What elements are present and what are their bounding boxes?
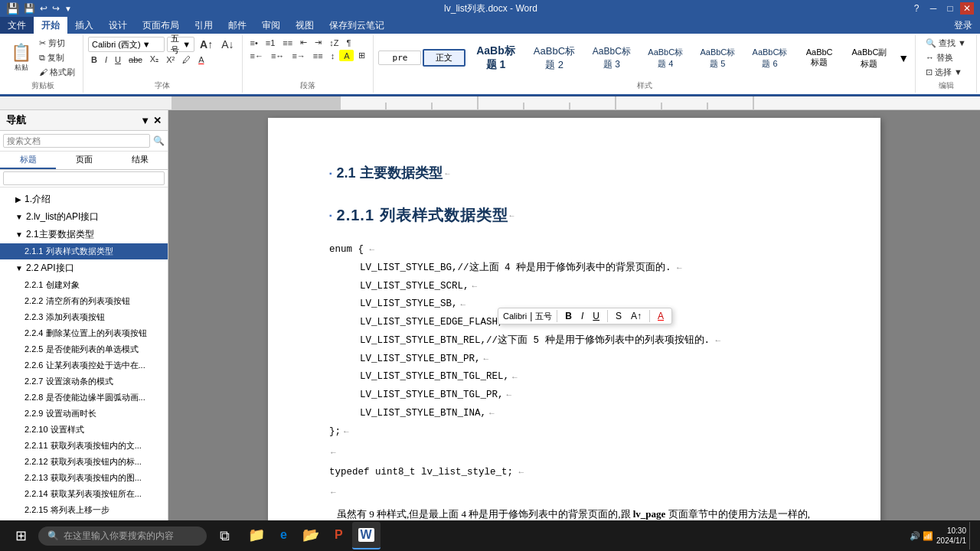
font-name-selector[interactable]: Calibri (西文) ▼ bbox=[88, 37, 165, 52]
nav-item-add[interactable]: 2.2.3 添加列表项按钮 bbox=[0, 309, 168, 325]
sort-button[interactable]: ↕Z bbox=[326, 37, 341, 48]
style-normal[interactable]: 正文 bbox=[423, 49, 466, 67]
strikethrough-button[interactable]: abc bbox=[126, 54, 145, 65]
nav-item-api[interactable]: ▼ 2.lv_list的API接口 bbox=[0, 208, 168, 226]
copy-button[interactable]: ⧉ 复制 bbox=[36, 51, 78, 64]
document-page[interactable]: ▪ 2.1 主要数据类型 ← ▪ 2.1.1 列表样式数据类型 ← enum {… bbox=[268, 118, 880, 537]
style-h1[interactable]: AaBb标题 1 bbox=[467, 41, 524, 75]
sidebar-tab-results[interactable]: 结果 bbox=[112, 152, 168, 169]
ft-font-color-button[interactable]: A bbox=[655, 310, 667, 322]
login-button[interactable]: 登录 bbox=[946, 17, 980, 34]
tab-save-note[interactable]: 保存到云笔记 bbox=[322, 17, 392, 34]
sidebar-close-icon[interactable]: ✕ bbox=[153, 115, 162, 126]
tab-view[interactable]: 视图 bbox=[288, 17, 322, 34]
taskbar-explorer[interactable]: 📁 bbox=[242, 522, 271, 549]
numbering-button[interactable]: ≡1 bbox=[263, 37, 279, 48]
sidebar-search-icon[interactable]: 🔍 bbox=[153, 135, 165, 146]
show-desktop-button[interactable] bbox=[969, 522, 974, 549]
nav-item-scroll-mode[interactable]: 2.2.7 设置滚动条的模式 bbox=[0, 373, 168, 390]
highlight-button[interactable]: 🖊 bbox=[179, 54, 194, 65]
ft-italic-button[interactable]: I bbox=[578, 310, 586, 322]
format-painter-button[interactable]: 🖌 格式刷 bbox=[36, 66, 78, 79]
customize-icon[interactable]: ▼ bbox=[64, 5, 72, 13]
shading-button[interactable]: A bbox=[339, 50, 354, 61]
undo-icon[interactable]: ↩ bbox=[40, 3, 47, 14]
ft-underline-button[interactable]: U bbox=[590, 310, 603, 322]
find-button[interactable]: 🔍 查找 ▼ bbox=[923, 37, 969, 50]
style-pre[interactable]: pre bbox=[378, 51, 421, 65]
nav-item-move-up[interactable]: 2.2.15 将列表上移一步 bbox=[0, 502, 168, 518]
sidebar-filter-input[interactable] bbox=[3, 171, 165, 185]
nav-item-create[interactable]: 2.2.1 创建对象 bbox=[0, 277, 168, 293]
maximize-button[interactable]: □ bbox=[943, 2, 957, 15]
minimize-button[interactable]: ─ bbox=[926, 2, 940, 15]
taskbar-powerpoint[interactable]: P bbox=[328, 522, 349, 549]
font-size-selector[interactable]: 五号▼ bbox=[167, 37, 194, 52]
replace-button[interactable]: ↔ 替换 bbox=[923, 51, 969, 64]
nav-item-get-pos[interactable]: 2.2.14 获取某列表项按钮所在... bbox=[0, 486, 168, 502]
bullets-button[interactable]: ≡• bbox=[247, 37, 261, 48]
sidebar-options-icon[interactable]: ▼ bbox=[140, 115, 150, 126]
cut-button[interactable]: ✂ 剪切 bbox=[36, 37, 78, 50]
taskbar-files[interactable]: 📂 bbox=[296, 522, 325, 549]
justify-button[interactable]: ≡≡ bbox=[310, 50, 326, 61]
decrease-indent-button[interactable]: ⇤ bbox=[297, 37, 310, 48]
tab-mailings[interactable]: 邮件 bbox=[220, 17, 254, 34]
nav-item-edge[interactable]: 2.2.8 是否使能边缘半圆弧动画... bbox=[0, 390, 168, 406]
sidebar-search-input[interactable] bbox=[3, 134, 150, 148]
nav-item-delete[interactable]: 2.2.4 删除某位置上的列表项按钮 bbox=[0, 325, 168, 341]
taskbar-edge[interactable]: e bbox=[274, 522, 293, 549]
subscript-button[interactable]: X₂ bbox=[147, 54, 162, 65]
superscript-button[interactable]: X² bbox=[163, 54, 178, 65]
decrease-font-button[interactable]: A↓ bbox=[218, 37, 237, 51]
ft-strikethrough-button[interactable]: S bbox=[612, 310, 625, 322]
style-h4[interactable]: AaBbC标题 4 bbox=[640, 44, 691, 73]
nav-item-set-style[interactable]: 2.2.10 设置样式 bbox=[0, 422, 168, 438]
ft-bold-button[interactable]: B bbox=[562, 310, 575, 322]
tab-review[interactable]: 审阅 bbox=[254, 17, 288, 34]
tab-insert[interactable]: 插入 bbox=[67, 17, 101, 34]
start-button[interactable]: ⊞ bbox=[6, 522, 35, 549]
nav-item-clear[interactable]: 2.2.2 清空所有的列表项按钮 bbox=[0, 293, 168, 309]
nav-item-focus[interactable]: 2.2.6 让某列表项控处于选中在... bbox=[0, 357, 168, 373]
taskbar-word[interactable]: W bbox=[352, 522, 381, 549]
style-h5[interactable]: AaBbC标题 5 bbox=[692, 44, 743, 73]
increase-indent-button[interactable]: ⇥ bbox=[312, 37, 325, 48]
line-spacing-button[interactable]: ↕ bbox=[328, 50, 338, 61]
nav-item-api2[interactable]: ▼ 2.2 API接口 bbox=[0, 259, 168, 277]
increase-font-button[interactable]: A↑ bbox=[197, 37, 216, 51]
style-title[interactable]: AaBbC标题 bbox=[797, 44, 842, 71]
nav-item-anim-time[interactable]: 2.2.9 设置动画时长 bbox=[0, 406, 168, 422]
save-icon[interactable]: 💾 bbox=[24, 3, 35, 14]
sidebar-tab-headings[interactable]: 标题 bbox=[0, 152, 56, 169]
tab-design[interactable]: 设计 bbox=[101, 17, 135, 34]
nav-item-get-text[interactable]: 2.2.11 获取列表项按钮内的文... bbox=[0, 438, 168, 454]
nav-item-single[interactable]: 2.2.5 是否使能列表的单选模式 bbox=[0, 341, 168, 357]
align-right-button[interactable]: ≡→ bbox=[289, 50, 308, 61]
align-left-button[interactable]: ≡← bbox=[247, 50, 266, 61]
taskbar-search[interactable]: 🔍 在这里输入你要搜索的内容 bbox=[38, 527, 207, 546]
tab-references[interactable]: 引用 bbox=[187, 17, 220, 34]
nav-item-get-img[interactable]: 2.2.13 获取列表项按钮内的图... bbox=[0, 470, 168, 486]
paste-button[interactable]: 📋 粘贴 bbox=[8, 43, 34, 73]
bold-button[interactable]: B bbox=[88, 54, 100, 65]
style-subtitle[interactable]: AaBbC副标题 bbox=[844, 44, 895, 73]
underline-button[interactable]: U bbox=[112, 54, 124, 65]
tab-home[interactable]: 开始 bbox=[34, 17, 67, 34]
close-button[interactable]: ✕ bbox=[960, 2, 974, 15]
pilcrow-button[interactable]: ¶ bbox=[343, 37, 354, 48]
select-button[interactable]: ⊡ 选择 ▼ bbox=[923, 66, 969, 79]
redo-icon[interactable]: ↪ bbox=[52, 3, 60, 14]
sidebar-tab-pages[interactable]: 页面 bbox=[56, 152, 112, 169]
nav-item-get-label[interactable]: 2.2.12 获取列表项按钮内的标... bbox=[0, 454, 168, 470]
font-color-button[interactable]: A bbox=[195, 54, 207, 65]
italic-button[interactable]: I bbox=[102, 54, 110, 65]
help-button[interactable]: ? bbox=[910, 2, 923, 15]
styles-expand-button[interactable]: ▼ bbox=[897, 51, 910, 66]
tab-layout[interactable]: 页面布局 bbox=[135, 17, 187, 34]
ft-superscript-button[interactable]: A↑ bbox=[628, 310, 645, 322]
borders-button[interactable]: ⊞ bbox=[355, 50, 368, 61]
style-h3[interactable]: AaBbC标题 3 bbox=[585, 42, 639, 74]
tab-file[interactable]: 文件 bbox=[0, 17, 34, 34]
nav-item-intro[interactable]: ▶ 1.介绍 bbox=[0, 191, 168, 208]
